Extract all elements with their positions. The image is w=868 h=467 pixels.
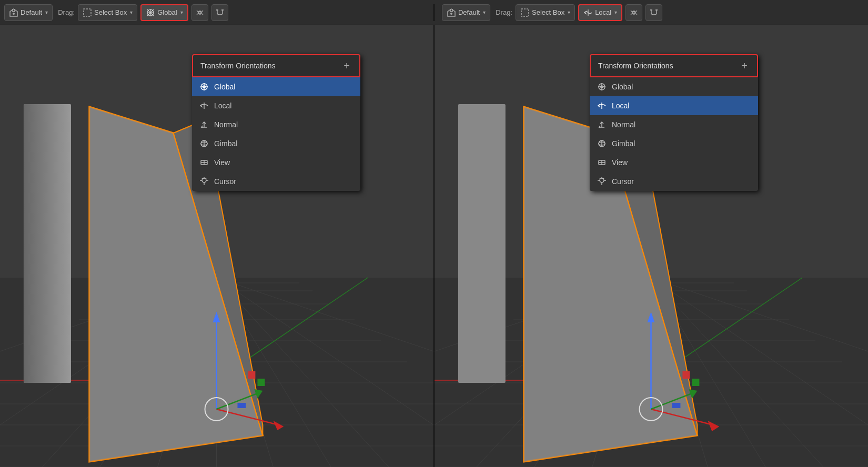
right-select-box-label: Select Box: [532, 8, 564, 16]
left-select-box-label: Select Box: [94, 8, 127, 16]
svg-rect-5: [521, 9, 529, 16]
svg-rect-46: [237, 403, 246, 408]
svg-line-61: [206, 178, 207, 179]
svg-rect-88: [458, 104, 506, 383]
global-icon: [199, 82, 209, 92]
right-view-icon: [597, 158, 607, 167]
right-item-global-label: Global: [612, 83, 633, 91]
left-popup-title: Transform Orientations: [200, 62, 276, 70]
right-drag-label: Drag:: [496, 8, 512, 16]
svg-rect-98: [682, 371, 690, 379]
right-select-box-chevron: ▾: [568, 9, 570, 15]
right-transform-chevron: ▾: [614, 9, 617, 15]
left-select-box-chevron: ▾: [130, 9, 133, 15]
left-default-btn[interactable]: Default ▾: [4, 4, 53, 21]
right-popup-item-local[interactable]: Local: [590, 96, 758, 115]
left-popup-add-btn[interactable]: +: [341, 60, 352, 71]
left-item-view-label: View: [214, 158, 230, 167]
right-default-label: Default: [458, 8, 480, 16]
left-select-box-btn[interactable]: Select Box ▾: [78, 4, 137, 21]
left-popup-item-global[interactable]: Global: [192, 77, 360, 96]
right-item-local-label: Local: [612, 101, 629, 110]
left-item-gimbal-label: Gimbal: [214, 139, 237, 148]
right-item-normal-label: Normal: [612, 120, 635, 129]
right-magnet-btn[interactable]: [645, 4, 662, 21]
left-popup-item-cursor[interactable]: Cursor: [192, 172, 360, 191]
svg-rect-34: [24, 104, 71, 383]
right-global-icon: [597, 82, 607, 92]
svg-line-60: [202, 178, 203, 179]
left-magnet-btn[interactable]: [211, 4, 228, 21]
svg-point-4: [450, 13, 452, 15]
left-popup-item-normal[interactable]: Normal: [192, 115, 360, 134]
right-default-btn[interactable]: Default ▾: [442, 4, 490, 21]
left-popup-item-gimbal[interactable]: Gimbal: [192, 134, 360, 153]
svg-line-114: [600, 178, 601, 179]
svg-rect-100: [672, 403, 680, 408]
right-popup-add-btn[interactable]: +: [739, 60, 750, 71]
left-item-cursor-label: Cursor: [214, 177, 236, 186]
right-gimbal-icon: [597, 139, 607, 148]
right-popup-item-normal[interactable]: Normal: [590, 115, 758, 134]
left-transform-label: Global: [157, 8, 177, 16]
left-item-local-label: Local: [214, 101, 231, 110]
right-select-box-btn[interactable]: Select Box ▾: [516, 4, 575, 21]
right-item-view-label: View: [612, 158, 628, 167]
right-item-cursor-label: Cursor: [612, 177, 634, 186]
svg-rect-99: [692, 379, 699, 386]
svg-rect-44: [248, 371, 255, 379]
left-transform-btn[interactable]: Global ▾: [140, 4, 188, 21]
gimbal-icon: [199, 139, 209, 148]
right-popup-item-gimbal[interactable]: Gimbal: [590, 134, 758, 153]
left-transform-chevron: ▾: [180, 9, 183, 15]
right-transform-popup-2: Transform Orientations + Global: [590, 54, 758, 191]
left-item-global-label: Global: [214, 83, 235, 91]
left-drag-label: Drag:: [58, 8, 75, 16]
svg-rect-45: [257, 379, 265, 386]
left-transform-popup: Transform Orientations + Global: [192, 54, 360, 191]
left-popup-item-local[interactable]: Local: [192, 96, 360, 115]
svg-line-115: [603, 178, 604, 179]
right-link-btn[interactable]: [625, 4, 642, 21]
right-popup-item-view[interactable]: View: [590, 153, 758, 172]
right-transform-label: Local: [595, 8, 611, 16]
right-default-chevron: ▾: [483, 9, 486, 15]
svg-point-0: [13, 13, 15, 15]
right-normal-icon: [597, 120, 607, 129]
right-cursor-icon: [597, 177, 607, 186]
left-default-label: Default: [21, 8, 42, 16]
normal-icon: [199, 120, 209, 129]
right-popup-item-cursor[interactable]: Cursor: [590, 172, 758, 191]
left-popup-title-bar: Transform Orientations +: [192, 54, 360, 77]
left-popup-item-view[interactable]: View: [192, 153, 360, 172]
local-icon: [199, 101, 209, 110]
svg-rect-1: [84, 9, 91, 16]
view-icon: [199, 158, 209, 167]
right-item-gimbal-label: Gimbal: [612, 139, 635, 148]
cursor-icon: [199, 177, 209, 186]
left-default-chevron: ▾: [45, 9, 48, 15]
right-transform-btn[interactable]: Local ▾: [578, 4, 622, 21]
right-popup-title: Transform Orientations: [598, 62, 673, 70]
right-local-icon: [597, 101, 607, 110]
right-popup-item-global[interactable]: Global: [590, 77, 758, 96]
left-link-btn[interactable]: [191, 4, 208, 21]
left-item-normal-label: Normal: [214, 120, 238, 129]
right-popup-title-bar: Transform Orientations +: [590, 54, 758, 77]
